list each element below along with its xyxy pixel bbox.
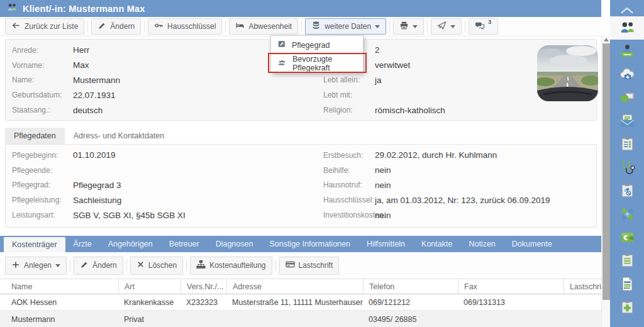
sidebar-item-care-monitor[interactable] (610, 86, 644, 109)
field-label: Hausnotruf: (323, 180, 375, 189)
sidebar-item-checklist[interactable] (610, 133, 644, 156)
print-button[interactable] (393, 18, 424, 35)
tab-angehoerigen[interactable]: Angehörigen (100, 236, 161, 252)
scrollbar-thumb[interactable] (602, 43, 610, 300)
tab-betreuer[interactable]: Betreuer (161, 236, 208, 252)
more-data-button[interactable]: weitere Daten (305, 18, 386, 35)
info-row: Pflegebeginn: 01.10.2019 (12, 148, 186, 163)
clients-icon (6, 2, 18, 16)
sidebar-item-medical-cloud[interactable] (610, 63, 644, 86)
cost-split-button[interactable]: Kostenaufteilung (190, 257, 272, 275)
care-data-right-column: Erstbesuch: 29.02.2012, durch Hr. Kuhlma… (323, 148, 550, 223)
sidebar-item-care-plan[interactable] (610, 249, 644, 272)
sidebar-item-invoice[interactable] (610, 272, 644, 296)
info-row: Religion: römisch-katholisch (323, 103, 445, 118)
house-key-button[interactable]: Hausschlüssel (148, 18, 222, 35)
sidebar-item-medication[interactable] (610, 179, 644, 202)
messages-button[interactable]: 3 (469, 18, 498, 35)
paper-plane-icon (437, 21, 447, 32)
tab-kostentraeger[interactable]: Kostenträger (4, 237, 65, 252)
field-label: Pflegeende: (12, 166, 73, 175)
chevron-down-icon (413, 25, 418, 31)
field-value: nein (375, 165, 391, 175)
field-value: 22.07.1931 (73, 91, 116, 100)
cell-telefon: 03495/ 26885 (363, 315, 458, 324)
delete-button[interactable]: Löschen (130, 257, 183, 275)
field-value: Herr (73, 45, 89, 55)
tab-dokumente[interactable]: Dokumente (504, 236, 560, 252)
sitemap-icon (196, 260, 206, 271)
cost-carrier-table: Name Art Vers.Nr./... Adresse Telefon Fa… (0, 279, 601, 327)
sidebar-item-euro-wallet[interactable]: € (610, 226, 644, 249)
sidebar-item-billing[interactable] (610, 40, 644, 63)
column-header[interactable]: Name (0, 282, 118, 291)
column-header[interactable]: Vers.Nr./... (180, 279, 226, 294)
divider (144, 21, 145, 32)
menu-item-pflegegrad[interactable]: Pflegegrad (271, 36, 363, 54)
chat-bubbles-icon (475, 21, 485, 32)
info-row: Vorname: Max (12, 58, 120, 73)
tab-sonstige-informationen[interactable]: Sonstige Informationen (261, 236, 358, 252)
column-header[interactable]: Fax (458, 279, 564, 294)
send-button[interactable] (431, 18, 462, 35)
vertical-scrollbar[interactable] (601, 35, 610, 327)
tab-adress-kontaktdaten[interactable]: Adress- und Kontaktdaten (65, 128, 174, 144)
tab-notizen[interactable]: Notizen (460, 236, 503, 252)
table-row[interactable]: Mustermann Privat 03495/ 26885 (0, 311, 601, 327)
field-label: Lebt mit: (323, 91, 375, 99)
sidebar-item-clients[interactable] (610, 16, 644, 40)
edit-entry-button[interactable]: Ändern (74, 257, 123, 275)
tab-label: Pflegedaten (14, 131, 56, 140)
create-button[interactable]: Anlegen (5, 257, 67, 275)
column-header[interactable]: Lastschrift (564, 279, 601, 294)
menu-item-bevorzugte-pflegekraft[interactable]: Bevorzugte Pflegekraft (271, 54, 363, 72)
absence-button[interactable]: Abwesenheit (229, 18, 298, 35)
printer-icon (399, 21, 409, 32)
info-row: Staatsang.: deutsch (12, 103, 120, 118)
tab-label: Notizen (469, 240, 495, 248)
tab-kontakte[interactable]: Kontakte (413, 236, 460, 252)
tab-label: Kostenträger (12, 240, 57, 249)
column-header[interactable]: Adresse (226, 279, 363, 294)
table-row[interactable]: AOK Hessen Krankenkasse X232323 Musterst… (0, 294, 601, 311)
sidebar-item-mail[interactable] (610, 109, 644, 133)
field-value: deutsch (73, 106, 103, 115)
scroll-up-icon[interactable] (604, 38, 609, 42)
info-row: Leistungsart: SGB V, SGB XI, §45b SGB XI (12, 208, 186, 223)
module-sidebar: € (610, 0, 644, 327)
info-row: Investitionskosten: nein (323, 208, 550, 223)
direct-debit-button[interactable]: Lastschrift (279, 257, 340, 275)
edit-button[interactable]: Ändern (91, 18, 141, 35)
tab-pflegedaten[interactable]: Pflegedaten (5, 128, 65, 144)
care-data-panel: Pflegebeginn: 01.10.2019 Pflegeende: Pfl… (5, 144, 597, 228)
sidebar-item-first-aid[interactable] (610, 296, 644, 319)
divider (389, 21, 390, 32)
chevron-down-icon (450, 25, 455, 31)
back-to-list-button[interactable]: Zurück zur Liste (5, 18, 84, 35)
field-label: Staatsang.: (12, 106, 73, 114)
field-value: 2 (375, 45, 380, 55)
field-label: Anrede: (12, 46, 73, 55)
field-value: ja, am 01.03.2012, Nr: 123, zurück 06.09… (375, 196, 550, 205)
house-key-label: Hausschlüssel (167, 22, 216, 31)
field-value: römisch-katholisch (375, 106, 445, 115)
tab-label: Diagnosen (216, 240, 253, 248)
client-photo[interactable] (537, 45, 598, 101)
column-header[interactable]: Art (118, 279, 180, 294)
field-label: Pflegeleistung: (12, 196, 73, 204)
field-label: Pflegebeginn: (12, 151, 73, 160)
tab-diagnosen[interactable]: Diagnosen (208, 236, 262, 252)
sidebar-item-bandage[interactable] (610, 202, 644, 226)
tab-aerzte[interactable]: Ärzte (65, 236, 100, 252)
pencil-icon (97, 21, 106, 32)
sidebar-item-stethoscope[interactable] (610, 156, 644, 179)
chevron-up-icon[interactable] (610, 4, 644, 16)
info-row: Lebt allein: ja (323, 73, 445, 88)
field-value: verwitwet (375, 60, 410, 70)
page-title: Klient/-in: Mustermann Max (23, 4, 145, 14)
tab-label: Dokumente (512, 240, 552, 248)
tab-hilfsmitteln[interactable]: Hilfsmitteln (358, 236, 413, 252)
field-value: nein (375, 180, 391, 190)
column-header[interactable]: Telefon (363, 279, 458, 294)
info-row: Hausschlüssel: ja, am 01.03.2012, Nr: 12… (323, 192, 550, 208)
